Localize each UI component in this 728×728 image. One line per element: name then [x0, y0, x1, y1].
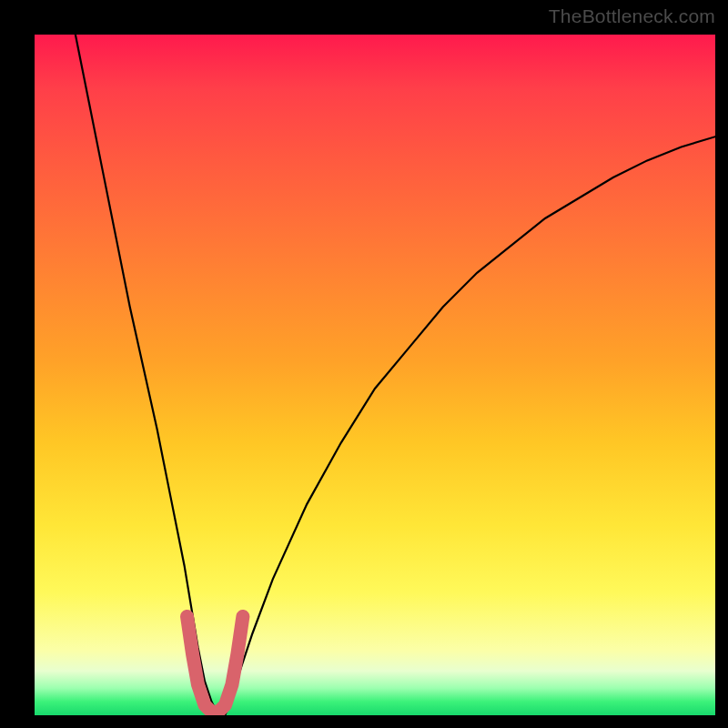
optimal-zone-marker — [187, 617, 243, 713]
bottleneck-curve — [76, 35, 715, 715]
chart-frame: TheBottleneck.com — [0, 0, 728, 728]
plot-area — [35, 35, 715, 715]
watermark-text: TheBottleneck.com — [549, 5, 715, 27]
chart-svg — [35, 35, 715, 715]
